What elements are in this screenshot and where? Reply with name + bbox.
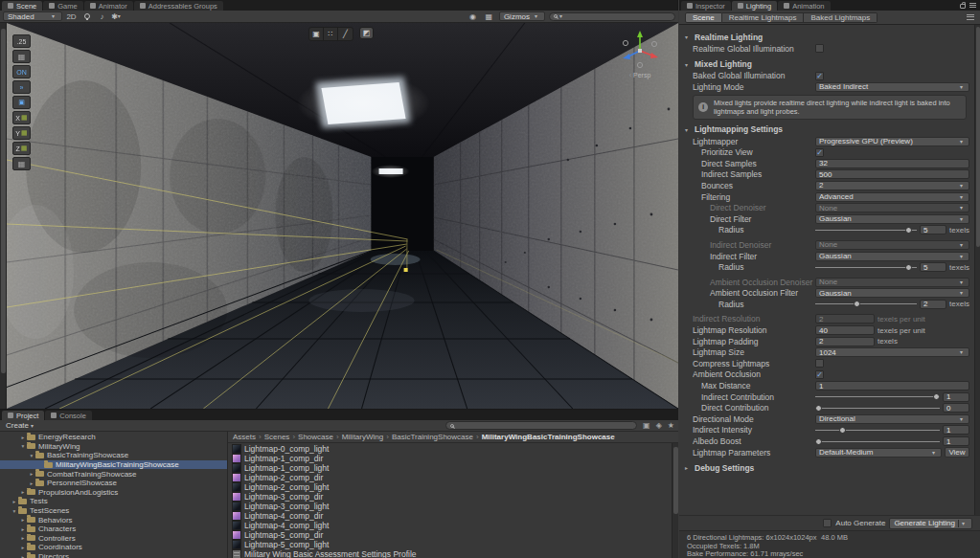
lock-icon[interactable] [960,4,966,9]
scrollbar-thumb[interactable] [976,27,980,247]
slider-knob[interactable] [905,264,912,271]
lighting-subtab-realtime-lightmaps[interactable]: Realtime Lightmaps [722,12,805,23]
radius-slider[interactable] [815,300,917,309]
scene-search-input[interactable] [549,12,675,21]
tree-item-characters[interactable]: Characters [0,525,227,534]
debug-settings-header[interactable]: Debug Settings [679,461,974,474]
bounces-dropdown[interactable]: 2 [815,181,969,190]
tab-lighting[interactable]: Lighting [732,1,777,11]
tree-item-testscenes[interactable]: TestScenes [0,506,227,516]
scene-viewport[interactable]: .25▦ON»▣XYZ▦ [7,23,678,409]
direct-filter-dropdown[interactable]: Gaussian [815,214,969,224]
favorites-icon[interactable]: ★ [668,421,674,430]
filtering-dropdown[interactable]: Advanced [815,192,969,202]
ambient-occlusion-filter-dropdown[interactable]: Gaussian [815,288,969,298]
gizmos-dropdown[interactable]: Gizmos [499,11,545,21]
breadcrumb-item[interactable]: BasicTrainingShowcase [392,433,473,441]
lightmap-padding-field[interactable]: 2 [815,337,875,346]
follow-grid-button[interactable]: ▣ [12,96,31,109]
vertex-selection-mode-button[interactable] [324,28,338,40]
breadcrumb-item[interactable]: MilitaryWing [342,433,384,441]
tab-scene[interactable]: Scene [2,1,42,11]
scene-visibility-toggle[interactable]: ◉ [467,11,479,22]
tab-game[interactable]: Game [43,1,82,11]
max-distance-field[interactable]: 1 [815,381,969,391]
tab-animation[interactable]: Animation [778,1,830,11]
tab-inspector[interactable]: Inspector [681,1,731,11]
tree-item-basictrainingshowcase[interactable]: BasicTrainingShowcase [0,451,227,460]
lightmap-size-dropdown[interactable]: 1024 [815,347,969,357]
lighting-scrollbar[interactable] [974,25,980,515]
settings-menu-icon[interactable] [967,14,974,20]
draw-mode-dropdown[interactable]: Shaded [3,11,62,21]
realtime-lighting-header[interactable]: Realtime Lighting [679,31,974,43]
asset-item[interactable]: Lightmap-4_comp_dir [228,511,672,521]
tree-item-personnelshowcase[interactable]: PersonnelShowcase [0,479,227,488]
radius-field[interactable]: 2 [920,300,946,309]
snap-toggle-button[interactable]: ON [12,65,31,78]
slider-knob[interactable] [905,227,912,234]
search-by-label-icon[interactable]: ◈ [656,421,662,430]
tree-item-tests[interactable]: Tests [0,497,227,506]
tree-item-controllers[interactable]: Controllers [0,534,227,544]
object-selection-mode-button[interactable] [309,28,324,40]
slider-knob[interactable] [933,393,940,400]
asset-item[interactable]: Lightmap-2_comp_light [228,482,672,492]
realtime-global-illumination-checkbox[interactable] [815,44,824,53]
scrollbar-thumb[interactable] [673,447,678,514]
scene-left-scrollbar[interactable] [0,23,7,409]
indirect-filter-dropdown[interactable]: Gaussian [815,252,969,261]
slider-knob[interactable] [854,301,860,307]
asset-item[interactable]: Military Wing Basic Assessment Settings … [228,549,672,558]
asset-item[interactable]: Lightmap-1_comp_dir [228,454,672,463]
tree-item-directors[interactable]: Directors [0,552,227,558]
push-to-grid-button[interactable]: » [12,80,31,94]
asset-list-scrollbar[interactable] [672,443,678,558]
mixed-lighting-header[interactable]: Mixed Lighting [679,58,974,71]
axis-x-button[interactable]: X [12,111,31,124]
asset-item[interactable]: Lightmap-3_comp_dir [228,492,672,502]
asset-item[interactable]: Lightmap-5_comp_dir [228,530,672,540]
breadcrumb-item[interactable]: Scenes [264,433,290,441]
prioritize-view-checkbox[interactable] [815,148,824,157]
direct-contribution-slider[interactable] [815,403,940,413]
asset-item[interactable]: Lightmap-0_comp_light [228,444,672,454]
axis-y-button[interactable]: Y [12,126,31,140]
breadcrumb-item[interactable]: MilitaryWingBasicTrainingShowcase [482,433,615,441]
progrids-settings-button[interactable]: ▦ [12,157,31,170]
breadcrumb-item[interactable]: Showcase [298,433,333,441]
albedo-boost-slider[interactable] [815,436,940,446]
slider-knob[interactable] [839,427,846,434]
generate-lighting-button[interactable]: Generate Lighting [889,518,972,529]
lightmapping-settings-header[interactable]: Lightmapping Settings [679,123,974,136]
indirect-contribution-field[interactable]: 1 [943,392,969,402]
radius-slider[interactable] [815,262,917,272]
slider-knob[interactable] [815,438,822,445]
face-selection-mode-button[interactable] [359,27,374,39]
radius-field[interactable]: 5 [920,262,946,272]
asset-item[interactable]: Lightmap-4_comp_light [228,521,672,530]
grid-visibility-button[interactable]: ▦ [12,50,31,63]
edge-selection-mode-button[interactable] [338,28,353,40]
scene-effects-dropdown[interactable]: ✱ [111,11,124,22]
albedo-boost-field[interactable]: 1 [943,436,969,446]
indirect-intensity-field[interactable]: 1 [943,425,969,435]
radius-slider[interactable] [815,225,917,234]
lighting-subtab-baked-lightmaps[interactable]: Baked Lightmaps [804,12,877,23]
auto-generate-checkbox[interactable] [823,519,832,527]
lightmapper-dropdown[interactable]: Progressive GPU (Preview) [815,137,969,146]
tree-item-coordinators[interactable]: Coordinators [0,543,227,552]
asset-item[interactable]: Lightmap-3_comp_light [228,502,672,511]
scrollbar-thumb[interactable] [1,29,6,373]
radius-field[interactable]: 5 [920,225,946,234]
projection-label[interactable]: Persp [615,72,665,78]
asset-item[interactable]: Lightmap-1_comp_light [228,463,672,473]
scene-orientation-gizmo[interactable]: Persp [615,27,665,78]
lighting-mode-dropdown[interactable]: Baked Indirect [815,82,969,92]
tree-item-combattrainingshowcase[interactable]: CombatTrainingShowcase [0,469,227,479]
ambient-occlusion-checkbox[interactable] [815,370,824,379]
tab-console[interactable]: Console [45,411,92,420]
tree-item-militarywing[interactable]: MilitaryWing [0,442,227,452]
axis-z-button[interactable]: Z [12,142,31,155]
scene-audio-toggle[interactable]: ♪ [96,11,108,22]
